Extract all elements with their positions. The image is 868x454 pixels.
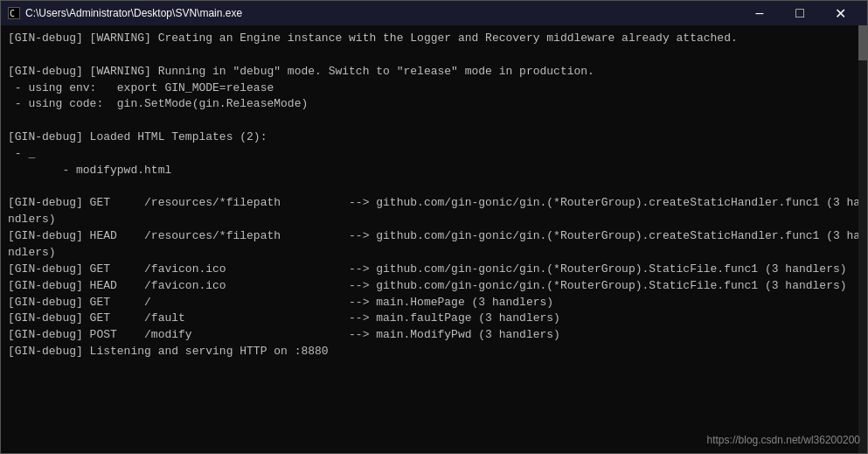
terminal-body: [GIN-debug] [WARNING] Creating an Engine…: [1, 25, 867, 453]
title-bar-left: C C:\Users\Administrator\Desktop\SVN\mai…: [8, 7, 242, 19]
scrollbar-thumb[interactable]: [858, 25, 867, 60]
maximize-button[interactable]: □: [780, 1, 820, 25]
svg-text:C: C: [10, 9, 15, 18]
cmd-window: C C:\Users\Administrator\Desktop\SVN\mai…: [0, 0, 868, 454]
terminal-output: [GIN-debug] [WARNING] Creating an Engine…: [8, 31, 860, 360]
title-bar: C C:\Users\Administrator\Desktop\SVN\mai…: [1, 1, 867, 25]
scrollbar[interactable]: [858, 25, 867, 453]
window-title: C:\Users\Administrator\Desktop\SVN\main.…: [25, 7, 242, 19]
window-controls: – □ ✕: [740, 1, 860, 25]
close-button[interactable]: ✕: [820, 1, 860, 25]
cmd-icon: C: [8, 7, 20, 19]
watermark: https://blog.csdn.net/wl36200200: [707, 434, 860, 446]
minimize-button[interactable]: –: [740, 1, 780, 25]
